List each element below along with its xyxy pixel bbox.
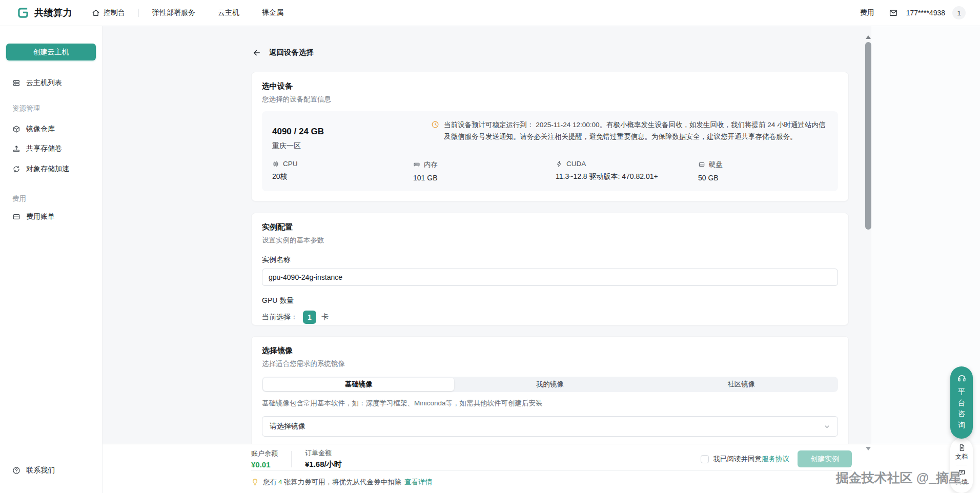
disk-icon	[698, 161, 705, 168]
agreement-checkbox[interactable]	[701, 455, 709, 463]
scrollbar-up-arrow-icon[interactable]	[866, 35, 871, 39]
brand-logo-icon	[16, 6, 30, 19]
brand-name: 共绩算力	[34, 7, 72, 19]
nav-item-elastic-deploy[interactable]: 弹性部署服务	[152, 8, 195, 17]
gpu-count-badge[interactable]: 1	[303, 311, 316, 324]
image-card-subtitle: 选择适合您需求的系统镜像	[262, 359, 838, 368]
brand-logo[interactable]: 共绩算力	[16, 6, 72, 19]
spec-disk: 硬盘 50 GB	[698, 160, 828, 182]
spec-cpu: CPU 20核	[272, 160, 413, 182]
mail-icon[interactable]	[889, 8, 898, 17]
instance-name-input[interactable]	[262, 269, 838, 286]
device-gpu-name: 4090 / 24 GB	[272, 127, 431, 137]
back-arrow-icon	[252, 48, 261, 57]
account-balance: 账户余额 ¥0.01	[251, 449, 278, 469]
sidebar-section-billing: 费用	[12, 194, 26, 203]
notice-text: 当前设备预计可稳定运行到： 2025-11-24 12:00:00。有极小概率发…	[444, 119, 828, 151]
home-icon	[92, 9, 100, 17]
device-stability-notice: 当前设备预计可稳定运行到： 2025-11-24 12:00:00。有极小概率发…	[431, 119, 828, 151]
coupon-detail-link[interactable]: 查看详情	[404, 478, 432, 487]
feedback-icon	[958, 469, 966, 477]
sidebar-item-host-list[interactable]: 云主机列表	[12, 77, 97, 89]
device-region: 重庆一区	[272, 141, 431, 151]
top-navbar: 共绩算力 控制台 弹性部署服务 云主机 裸金属 费用 177****4938 1	[0, 0, 980, 26]
spec-memory: 内存 101 GB	[413, 160, 556, 182]
nav-item-bare-metal[interactable]: 裸金属	[262, 8, 283, 17]
account-phone[interactable]: 177****4938	[906, 9, 945, 17]
image-select-dropdown[interactable]: 请选择镜像	[262, 416, 838, 437]
tab-community-image[interactable]: 社区镜像	[646, 378, 837, 391]
service-agreement-link[interactable]: 服务协议	[762, 455, 789, 463]
order-footer-bar: 账户余额 ¥0.01 订单金额 ¥1.68/小时 我已阅读并同意服务协议 创建实…	[103, 444, 980, 493]
image-tab-description: 基础镜像包含常用基本软件，如：深度学习框架、Miniconda等，如需其他软件可…	[262, 399, 838, 408]
sync-cloud-icon	[12, 165, 21, 173]
nav-divider	[138, 9, 139, 17]
sidebar: 创建云主机 云主机列表 资源管理 镜像仓库 共享存储卷 对象存储加速 费用 费用…	[0, 26, 103, 493]
order-amount: 订单金额 ¥1.68/小时	[305, 448, 342, 469]
back-to-device-select[interactable]: 返回设备选择	[252, 48, 314, 57]
server-list-icon	[12, 79, 21, 87]
main-content: 返回设备选择 选中设备 您选择的设备配置信息 4090 / 24 GB 重庆一区…	[103, 26, 980, 493]
platform-consult-button[interactable]: 平台咨询	[950, 366, 973, 439]
cuda-lightning-icon	[556, 160, 563, 168]
coupon-count: 4	[278, 478, 282, 486]
instance-name-label: 实例名称	[262, 255, 838, 264]
image-tabs: 基础镜像 我的镜像 社区镜像	[262, 377, 838, 392]
gpu-unit-label: 卡	[321, 313, 329, 322]
tab-base-image[interactable]: 基础镜像	[263, 378, 454, 391]
cpu-icon	[272, 160, 279, 168]
clock-icon	[431, 120, 439, 151]
image-select-placeholder: 请选择镜像	[270, 422, 305, 431]
instance-config-card: 实例配置 设置实例的基本参数 实例名称 GPU 数量 当前选择： 1 卡	[251, 213, 849, 325]
upload-volume-icon	[12, 145, 21, 153]
chevron-down-icon	[824, 423, 830, 430]
instance-card-title: 实例配置	[262, 222, 838, 232]
sidebar-item-image-repo[interactable]: 镜像仓库	[12, 124, 97, 135]
docs-button[interactable]: 文档	[955, 444, 968, 461]
create-instance-button[interactable]: 创建实例	[798, 450, 852, 467]
headphones-icon	[957, 373, 967, 383]
package-icon	[12, 125, 21, 133]
lightbulb-icon	[251, 478, 259, 486]
notification-badge[interactable]: 1	[952, 6, 966, 19]
memory-icon	[413, 161, 420, 168]
coupon-notice: 您有 4 张算力券可用，将优先从代金券中扣除 查看详情	[251, 471, 852, 493]
sidebar-item-shared-volume[interactable]: 共享存储卷	[12, 143, 97, 154]
nav-item-cloud-host[interactable]: 云主机	[218, 8, 239, 17]
order-amount-value: ¥1.68/小时	[305, 460, 342, 469]
nav-item-console[interactable]: 控制台	[92, 8, 125, 17]
sidebar-section-resources: 资源管理	[12, 104, 40, 113]
selected-device-card: 选中设备 您选择的设备配置信息 4090 / 24 GB 重庆一区 当前设备预计…	[251, 72, 849, 201]
tab-my-image[interactable]: 我的镜像	[454, 378, 645, 391]
feedback-button[interactable]: 反馈	[955, 469, 968, 486]
device-card-title: 选中设备	[262, 81, 838, 91]
nav-billing-link[interactable]: 费用	[860, 8, 874, 17]
gpu-count-label: GPU 数量	[262, 296, 838, 305]
device-summary-panel: 4090 / 24 GB 重庆一区 当前设备预计可稳定运行到： 2025-11-…	[262, 111, 838, 191]
account-balance-value: ¥0.01	[251, 460, 278, 469]
scrollbar-down-arrow-icon[interactable]	[866, 447, 871, 450]
helper-divider	[956, 465, 967, 465]
sidebar-item-object-storage-accel[interactable]: 对象存储加速	[12, 163, 97, 175]
vertical-scrollbar[interactable]	[865, 28, 871, 451]
create-host-button[interactable]: 创建云主机	[6, 44, 96, 60]
device-card-subtitle: 您选择的设备配置信息	[262, 95, 838, 104]
sidebar-item-billing[interactable]: 费用账单	[12, 211, 97, 222]
help-circle-icon	[12, 466, 21, 475]
image-card-title: 选择镜像	[262, 346, 838, 356]
helper-widget: 文档 反馈	[950, 438, 973, 493]
document-icon	[958, 444, 966, 451]
consult-label: 平台咨询	[958, 386, 965, 431]
scrollbar-thumb[interactable]	[865, 42, 871, 230]
spec-cuda: CUDA 11.3~12.8 驱动版本: 470.82.01+	[556, 160, 698, 182]
agreement-text: 我已阅读并同意	[713, 455, 762, 463]
current-select-label: 当前选择：	[262, 313, 298, 322]
device-specs: CPU 20核 内存 101 GB	[272, 160, 828, 182]
credit-card-icon	[12, 213, 21, 221]
sidebar-item-contact-us[interactable]: 联系我们	[12, 465, 97, 476]
footer-divider	[291, 451, 292, 467]
instance-card-subtitle: 设置实例的基本参数	[262, 236, 838, 245]
